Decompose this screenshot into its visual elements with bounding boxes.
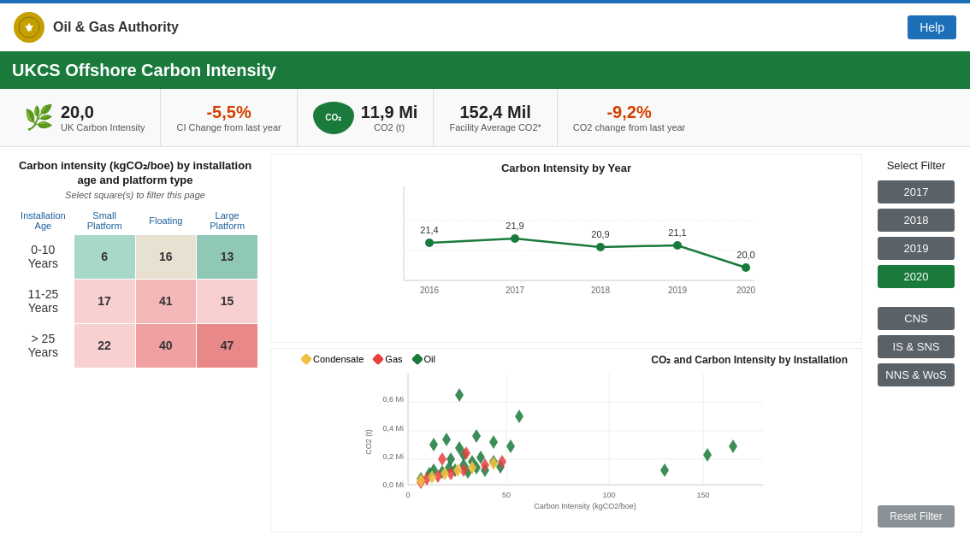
uk-ci-label: UK Carbon Intensity [61, 122, 145, 133]
svg-marker-41 [442, 433, 451, 446]
chart-label-2017: 21,9 [506, 221, 523, 231]
kpi-uk-ci: 🌿 20,0 UK Carbon Intensity [9, 89, 161, 146]
heatmap-row-label-1: 11-25 Years [13, 279, 74, 323]
co2-change-value: -9,2% [606, 103, 651, 122]
oil-dot [411, 352, 423, 364]
uk-ci-value: 20,0 [61, 103, 145, 122]
header: ⚜ Oil & Gas Authority Help [0, 0, 970, 51]
kpi-facility: 152,4 Mil Facility Average CO2* [434, 89, 557, 146]
svg-marker-47 [515, 410, 523, 423]
svg-text:Carbon Intensity (kgCO2/boe): Carbon Intensity (kgCO2/boe) [534, 502, 636, 510]
filter-btn-is-sns[interactable]: IS & SNS [878, 335, 955, 358]
legend-condensate-label: Condensate [313, 354, 364, 364]
line-chart-svg: 21,4 21,9 20,9 21,1 20,0 2016 2017 2018 … [278, 178, 855, 306]
legend-condensate: Condensate [302, 354, 364, 364]
heatmap-cell-r0c2[interactable]: 13 [197, 234, 258, 279]
co2-change-label: CO2 change from last year [573, 122, 685, 133]
svg-text:0: 0 [405, 491, 410, 499]
scatter-legend: Condensate Gas Oil [276, 354, 435, 364]
svg-marker-40 [429, 438, 438, 451]
left-panel: Carbon intensity (kgCO₂/boe) by installa… [7, 154, 263, 533]
gas-dot [372, 352, 384, 364]
ci-change-label: CI Change from last year [176, 122, 281, 133]
heatmap-col-floating: Floating [135, 207, 197, 235]
svg-marker-46 [455, 388, 464, 402]
kpi-ci-change: -5,5% CI Change from last year [161, 89, 297, 146]
co2-value: 11,9 Mi [361, 103, 418, 122]
content-area: Carbon intensity (kgCO₂/boe) by installa… [0, 147, 970, 533]
chart-point-2020 [742, 263, 750, 272]
co2-cloud-icon: CO₂ [313, 102, 354, 134]
help-button[interactable]: Help [908, 15, 956, 39]
legend-oil: Oil [413, 354, 435, 364]
svg-marker-49 [703, 448, 712, 462]
heatmap-row-label-0: 0-10 Years [13, 234, 74, 279]
heatmap-cell-r1c0[interactable]: 17 [74, 279, 135, 323]
reset-filter-button[interactable]: Reset Filter [878, 505, 955, 528]
svg-text:100: 100 [602, 491, 615, 499]
co2-icon-area: CO₂ 11,9 Mi CO2 (t) [313, 102, 418, 134]
legend-gas-label: Gas [385, 354, 402, 364]
ci-change-value: -5,5% [206, 103, 251, 122]
org-name: Oil & Gas Authority [53, 20, 179, 35]
svg-marker-65 [489, 457, 498, 470]
heatmap-cell-r1c2[interactable]: 15 [197, 279, 258, 323]
svg-marker-44 [489, 435, 498, 449]
svg-text:0,4 Mi: 0,4 Mi [382, 424, 404, 433]
x-label-2019: 2019 [668, 286, 688, 295]
filter-btn-2020[interactable]: 2020 [878, 265, 955, 288]
kpi-co2-change: -9,2% CO2 change from last year [558, 89, 701, 146]
chart-label-2020: 20,0 [736, 250, 754, 260]
line-chart-container: Carbon Intensity by Year [270, 154, 862, 343]
filter-btn-nns-wos[interactable]: NNS & WoS [878, 363, 955, 386]
chart-point-2017 [511, 234, 519, 243]
line-chart-title: Carbon Intensity by Year [278, 162, 855, 174]
heatmap-row-label-2: > 25 Years [13, 323, 74, 368]
heatmap-cell-r1c1[interactable]: 41 [135, 279, 197, 323]
heatmap-cell-r0c1[interactable]: 16 [135, 234, 197, 279]
tree-icon: 🌿 [24, 103, 54, 132]
heatmap-cell-r2c0[interactable]: 22 [74, 323, 135, 368]
heatmap-cell-r2c2[interactable]: 47 [197, 323, 258, 368]
main-content: UKCS Offshore Carbon Intensity 🌿 20,0 UK… [0, 51, 970, 560]
svg-text:0,0 Mi: 0,0 Mi [382, 480, 404, 489]
filter-btn-2018[interactable]: 2018 [878, 209, 955, 232]
filter-btn-2017[interactable]: 2017 [878, 180, 955, 203]
co2-label: CO2 (t) [361, 122, 418, 133]
svg-text:50: 50 [502, 491, 511, 499]
filter-btn-2019[interactable]: 2019 [878, 237, 955, 260]
chart-label-2019: 21,1 [668, 227, 686, 238]
heatmap-col-small: SmallPlatform [74, 207, 135, 235]
kpi-row: 🌿 20,0 UK Carbon Intensity -5,5% CI Chan… [0, 89, 970, 147]
filter-btn-cns[interactable]: CNS [878, 307, 955, 330]
svg-text:CO2 (t): CO2 (t) [364, 429, 373, 455]
facility-label: Facility Average CO2* [449, 122, 541, 133]
svg-marker-45 [506, 439, 515, 453]
chart-label-2018: 20,9 [591, 229, 609, 239]
svg-marker-48 [660, 463, 669, 477]
kpi-co2: CO₂ 11,9 Mi CO2 (t) [298, 89, 435, 146]
heatmap-col-age: InstallationAge [13, 207, 74, 235]
chart-point-2016 [425, 239, 434, 247]
dashboard-title: UKCS Offshore Carbon Intensity [0, 51, 970, 89]
scatter-container: Condensate Gas Oil CO₂ and Carbon Intens… [270, 348, 862, 533]
svg-text:⚜: ⚜ [24, 21, 34, 34]
heatmap-title: Carbon intensity (kgCO₂/boe) by installa… [12, 159, 258, 188]
svg-text:150: 150 [696, 491, 709, 499]
heatmap-cell-r2c1[interactable]: 40 [135, 323, 197, 368]
facility-value: 152,4 Mil [459, 103, 530, 122]
heatmap-cell-r0c0[interactable]: 6 [74, 234, 135, 279]
svg-marker-58 [438, 452, 447, 466]
chart-label-2016: 21,4 [420, 225, 438, 235]
filter-title: Select Filter [887, 159, 946, 172]
svg-text:0,2 Mi: 0,2 Mi [382, 452, 404, 461]
middle-panel: Carbon Intensity by Year [270, 154, 862, 533]
legend-oil-label: Oil [424, 354, 435, 364]
heatmap-subtitle: Select square(s) to filter this page [12, 190, 258, 200]
chart-point-2018 [596, 243, 605, 251]
logo-emblem: ⚜ [14, 12, 44, 43]
x-label-2016: 2016 [420, 286, 440, 295]
x-label-2017: 2017 [506, 286, 525, 295]
chart-point-2019 [673, 241, 682, 250]
header-left: ⚜ Oil & Gas Authority [14, 12, 179, 43]
